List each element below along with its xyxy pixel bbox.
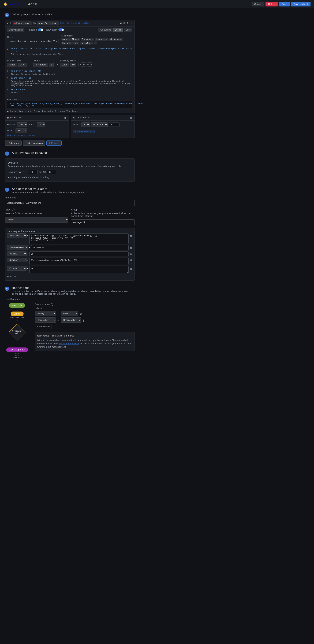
labels-key-choose[interactable]: Choose key — [35, 318, 56, 323]
delete-button[interactable]: Delete — [266, 2, 278, 6]
query-patterns-btn[interactable]: Query patterns — [7, 28, 24, 32]
expr-b-make-condition[interactable]: Make this the alert condition — [7, 134, 66, 136]
annotation-summary-textarea[interactable]: Elettrodomestico consumo +500Wh last 24h — [29, 258, 129, 265]
notification-policies-link[interactable]: notification policies — [59, 342, 79, 345]
chip-remove-ferro[interactable]: × — [91, 42, 92, 44]
labels-row-routing-delete[interactable]: 🗑 — [79, 312, 82, 315]
preview-btn[interactable]: ↻ Preview — [46, 140, 62, 146]
flow-contacts-list: Slack Email PagerDuty — [12, 353, 22, 358]
expr-c-op-select[interactable]: IS ABOVE — [91, 122, 108, 127]
annotation-panelid-delete[interactable]: 🗑 — [130, 252, 132, 255]
op-range-select[interactable]: Range — [7, 63, 17, 67]
expr-b-mode-select[interactable]: Strict — [15, 128, 27, 133]
expr-b-function-select[interactable]: Last — [17, 122, 27, 127]
annotation-panelid-select[interactable]: Panel ID — [7, 252, 26, 256]
annotation-summary-select[interactable]: Summary — [7, 258, 26, 262]
annotation-alertvalues-select[interactable]: AlertValues — [7, 233, 26, 238]
custom-labels-section: Custom Labels i Labels routing = home — [35, 303, 135, 351]
save-button[interactable]: Save — [279, 2, 290, 6]
annotation-choose-textarea[interactable]: Text — [29, 266, 129, 273]
annotation-panelid-input[interactable] — [29, 252, 129, 256]
expr-c-threshold-input[interactable] — [109, 122, 119, 127]
annotation-uid-select[interactable]: Dashboard UID — [7, 245, 28, 250]
query-a-more-icon[interactable]: ⋮ — [130, 22, 132, 24]
breadcrumb-link[interactable]: Alert rules — [10, 2, 23, 6]
chip-remove-microonde[interactable]: × — [120, 38, 121, 40]
options-expand[interactable]: ▶ — [7, 110, 8, 112]
hide-flow-chart-toggle[interactable]: Hide flow chart — [5, 298, 135, 300]
expr-b-input-select[interactable]: A — [37, 122, 45, 127]
chip-remove-lavatrice[interactable]: × — [105, 38, 107, 40]
datasource-badge[interactable]: Prometheus ▾ — [13, 22, 32, 25]
builder-btn[interactable]: Builder — [113, 28, 123, 32]
annotation-choose-select[interactable]: Choose — [7, 266, 26, 271]
folder-select[interactable]: Home — [5, 217, 68, 222]
add-expression-btn[interactable]: + Add expression — [23, 140, 45, 146]
annotation-uid-delete[interactable]: 🗑 — [130, 246, 132, 249]
explain-option: Explain — [29, 28, 43, 31]
time-range-picker[interactable]: now-10m to now ▾ — [37, 22, 59, 25]
folder-info-icon[interactable]: i — [12, 208, 14, 211]
add-operations-btn[interactable]: + Operations — [78, 62, 94, 67]
info-icon-query[interactable]: i — [33, 22, 35, 24]
expr-c-edit-icon[interactable]: ✏ — [88, 116, 89, 119]
op-range-value[interactable]: 24h ▾ — [18, 63, 27, 67]
expr-b-card: B Reduce ✏ 🗑 Function Last Input A — [5, 115, 69, 138]
add-info-btn[interactable]: ⊕ Add info — [7, 274, 17, 278]
eval-for-info[interactable]: i — [43, 171, 46, 173]
labels-row-choose-delete[interactable]: 🗑 — [82, 319, 85, 322]
raw-query-toggle[interactable] — [58, 28, 64, 31]
group-input[interactable] — [71, 220, 135, 225]
expr-b-edit-icon[interactable]: ✏ — [19, 116, 21, 119]
chip-remove[interactable]: × — [77, 38, 79, 40]
expr-b-delete-icon[interactable]: 🗑 — [64, 116, 66, 119]
chip-op: =~ — [68, 38, 71, 40]
eval-for-input[interactable] — [47, 170, 56, 174]
annotation-summary-delete[interactable]: 🗑 — [130, 259, 132, 262]
chip-remove-computer[interactable]: × — [92, 38, 93, 40]
annotation-choose-delete[interactable]: 🗑 — [130, 267, 132, 270]
section-1-number: 1 — [5, 13, 9, 17]
query-a-clone-icon[interactable]: ⧉ — [123, 22, 125, 24]
code-btn[interactable]: Code — [124, 28, 132, 32]
run-queries-btn[interactable]: Run queries — [98, 28, 112, 32]
op-round-value[interactable]: 1 — [49, 63, 54, 67]
metric-label: Metric — [7, 36, 59, 38]
cancel-button[interactable]: Cancel — [252, 2, 264, 6]
annotation-uid-input[interactable] — [31, 245, 129, 250]
op-divide-label: Divide by scalar — [60, 60, 76, 62]
make-condition-link[interactable]: Make this the alert condition — [60, 22, 90, 24]
metric-select[interactable]: homebridge_switch_current_consumption_W … — [7, 39, 59, 43]
save-exit-button[interactable]: Save and exit — [291, 2, 311, 6]
expr-c-input-select[interactable]: B — [81, 122, 90, 127]
labels-val-choose[interactable]: Choose value — [61, 318, 81, 323]
explain-toggle[interactable] — [38, 28, 43, 31]
eval-every-info[interactable]: i — [25, 171, 27, 173]
eval-every-input[interactable] — [29, 170, 37, 174]
annotation-alertvalues-delete[interactable]: 🗑 — [130, 234, 132, 237]
add-label-btn[interactable]: ⊕ ⊕ Add label — [35, 324, 51, 329]
query-a-delete-icon[interactable]: 🗑 — [126, 22, 129, 24]
collapse-icon[interactable]: ▾ — [7, 22, 8, 24]
configure-no-data-link[interactable]: ▶ Configure no data and error handling — [8, 176, 132, 179]
filter-chip-tv: TV × — [72, 42, 79, 44]
chip-val-lavatrice: Lavatrice — [96, 38, 105, 40]
rule-name-input[interactable] — [5, 200, 135, 206]
op-divide: Divide by scalar Value 60 — [60, 60, 76, 67]
breadcrumb-separator: / — [24, 2, 25, 6]
query-a-options-icon[interactable]: ⚙ — [120, 22, 122, 24]
labels-val-home[interactable]: home — [61, 311, 78, 316]
add-query-btn[interactable]: + Add query — [5, 140, 22, 146]
custom-labels-info[interactable]: i — [51, 303, 53, 306]
expr-c-body: Input B IS ABOVE ✓ ✓ Alert condition — [71, 120, 134, 135]
expr-c-delete-icon[interactable]: 🗑 — [130, 116, 132, 119]
labels-key-routing[interactable]: routing — [35, 311, 56, 316]
op-divide-value[interactable]: 60 — [70, 63, 76, 67]
op-to-nearest-select[interactable]: To Nearest — [33, 63, 48, 67]
chip-remove-server[interactable]: × — [69, 42, 71, 44]
step-4-num: 4 — [7, 89, 9, 91]
annotation-alertvalues-textarea[interactable]: {{ with $values }}{{ if $values.C }}{{$l… — [29, 233, 129, 244]
chip-remove-tv[interactable]: × — [76, 42, 78, 44]
rule-name-group: Rule name — [5, 196, 135, 206]
filter-add-btn[interactable]: + — [94, 41, 97, 44]
